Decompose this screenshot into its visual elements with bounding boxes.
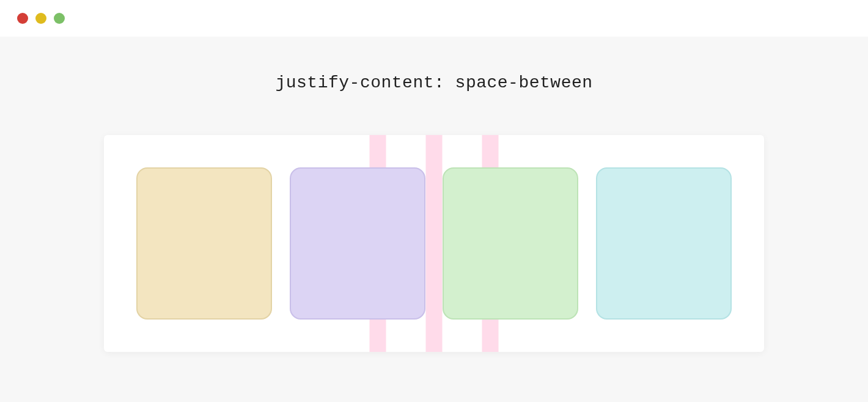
flex-item xyxy=(596,167,732,320)
content-area: justify-content: space-between xyxy=(0,37,868,352)
page-title: justify-content: space-between xyxy=(275,73,592,92)
flex-item xyxy=(136,167,272,320)
close-icon[interactable] xyxy=(17,13,28,24)
window-titlebar xyxy=(0,0,868,37)
maximize-icon[interactable] xyxy=(54,13,65,24)
flex-container xyxy=(104,135,764,352)
minimize-icon[interactable] xyxy=(35,13,46,24)
flex-item xyxy=(290,167,425,320)
gap-indicator xyxy=(426,135,443,352)
flex-item xyxy=(443,167,578,320)
